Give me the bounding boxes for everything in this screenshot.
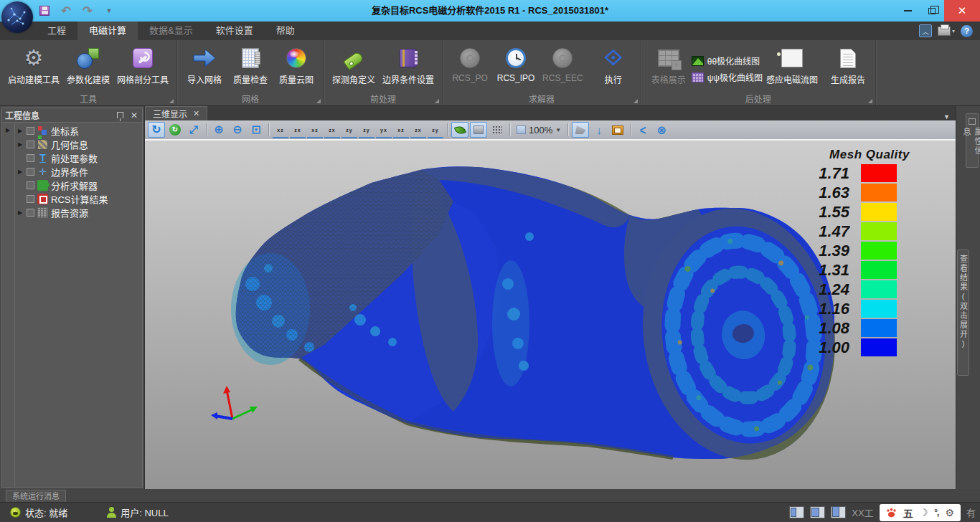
quality-check-button[interactable]: 质量检查 — [227, 43, 273, 87]
view-orientation-button-5[interactable]: zy — [341, 123, 357, 138]
checkbox[interactable] — [27, 154, 34, 162]
rcs-po-button[interactable]: RCS_PO — [447, 43, 493, 85]
import-arrow-icon — [193, 49, 216, 67]
tree-item-rcs-results[interactable]: RCS计算结果 — [15, 192, 142, 206]
caret-down-icon[interactable]: ▼ — [555, 127, 561, 133]
expander-icon[interactable]: ▶ — [17, 209, 24, 216]
mesh-partition-button[interactable]: 网格剖分工具 — [113, 43, 172, 87]
export-view-button[interactable] — [609, 122, 626, 138]
tab-properties[interactable]: 属性信息 — [966, 113, 979, 168]
view-orientation-button-2[interactable]: zx — [290, 123, 306, 138]
tab-help[interactable]: 帮助 — [265, 22, 306, 40]
tab-em-computation[interactable]: 电磁计算 — [77, 22, 138, 40]
share-button[interactable]: < — [634, 122, 651, 138]
close-button[interactable]: ✕ — [944, 0, 980, 22]
points-mode-button[interactable] — [489, 122, 506, 138]
expander-icon[interactable]: ▶ — [17, 128, 24, 134]
ime-moon-icon[interactable]: ☽ — [920, 507, 928, 518]
tab-project[interactable]: 工程 — [36, 22, 77, 40]
tab-data-display[interactable]: 数据&显示 — [138, 22, 204, 40]
tree-item-coordinate-system[interactable]: ▶ 坐标系 — [15, 124, 142, 138]
tab-list-dropdown-icon[interactable]: ▼ — [943, 113, 956, 120]
checkbox[interactable] — [27, 209, 34, 217]
pin-icon[interactable] — [117, 112, 123, 118]
move-down-button[interactable]: ↓ — [590, 122, 608, 138]
zoom-in-icon: ⊕ — [214, 124, 223, 136]
ime-toolbar[interactable]: 五 ☽ °, ⚙ — [880, 504, 961, 521]
clip-plane-button[interactable] — [572, 122, 589, 138]
view-orientation-button-9[interactable]: zx — [410, 123, 426, 138]
panel-close-icon[interactable]: ✕ — [131, 110, 138, 120]
view-orientation-button-6[interactable]: zy — [359, 123, 374, 138]
layout-wide-panel-icon[interactable] — [810, 506, 825, 518]
checkbox[interactable] — [27, 141, 34, 148]
surface-mode-button[interactable] — [470, 122, 487, 138]
view-orientation-button-10[interactable]: zy — [428, 123, 443, 138]
rotate-button[interactable]: ↻ — [148, 122, 165, 138]
generate-report-button[interactable]: 生成报告 — [825, 43, 871, 87]
ime-settings-icon[interactable]: ⚙ — [945, 507, 954, 518]
dialog-launcher-icon[interactable] — [169, 99, 174, 103]
tab-close-icon[interactable]: ✕ — [193, 109, 199, 118]
view-orientation-button-8[interactable]: xz — [393, 123, 409, 138]
print-menu-button[interactable]: ▾ — [938, 27, 955, 36]
probe-angle-button[interactable]: 探测角定义 — [329, 43, 379, 87]
pan-button[interactable]: ⤢ — [185, 122, 202, 138]
zoom-in-button[interactable]: ⊕ — [210, 122, 227, 138]
execute-button[interactable]: ⟐ 执行 — [590, 43, 636, 87]
launch-modeling-button[interactable]: ⚙ 启动建模工具 — [4, 43, 63, 87]
ribbon-collapse-button[interactable]: ︿ — [919, 24, 932, 37]
ime-mode-label[interactable]: 五 — [903, 506, 913, 520]
help-button[interactable]: ? — [961, 25, 973, 37]
dialog-launcher-icon[interactable] — [435, 99, 439, 103]
checkbox[interactable] — [27, 127, 34, 135]
theta-curve-button[interactable]: θθ极化曲线图 — [692, 54, 763, 67]
zoom-out-button[interactable]: ⊖ — [229, 122, 246, 138]
viewport-3d[interactable]: Mesh Quality 1.71 1.63 1.55 1.47 1.39 1.… — [145, 141, 956, 489]
psi-curve-button[interactable]: ψψ极化曲线图 — [692, 71, 763, 83]
checkbox[interactable] — [27, 195, 34, 203]
import-mesh-button[interactable]: 导入网格 — [182, 43, 227, 87]
tab-system-messages[interactable]: 系统运行消息 — [6, 490, 66, 502]
tree-item-boundary-conditions[interactable]: ▶ ✛ 边界条件 — [15, 165, 142, 179]
induced-current-button[interactable]: 感应电磁流图 — [763, 43, 821, 87]
layout-bottom-panel-icon[interactable] — [831, 506, 846, 518]
tab-view-results[interactable]: 查看结果(双击展开) — [957, 250, 969, 376]
dialog-launcher-icon[interactable] — [868, 99, 872, 103]
group-label-solver: 求解器 — [443, 92, 641, 105]
dialog-launcher-icon[interactable] — [633, 99, 638, 103]
tree-item-geometry-info[interactable]: ▶ 几何信息 — [15, 138, 142, 151]
tree-item-solver[interactable]: 分析求解器 — [15, 179, 142, 192]
tree-item-report-resources[interactable]: ▶ 报告资源 — [15, 206, 142, 219]
app-logo-icon[interactable] — [1, 1, 33, 33]
boundary-settings-button[interactable]: 边界条件设置 — [379, 43, 438, 87]
parametric-modeling-button[interactable]: 参数化建模 — [63, 43, 113, 87]
checkbox[interactable] — [27, 181, 34, 189]
tab-software-settings[interactable]: 软件设置 — [204, 22, 265, 40]
minimize-button[interactable] — [895, 0, 920, 22]
ime-punctuation-icon[interactable]: °, — [934, 508, 938, 518]
table-view-button[interactable]: 表格展示 — [646, 43, 692, 87]
tree-item-preprocess-params[interactable]: T 前处理参数 — [15, 151, 142, 165]
expander-icon[interactable]: ▶ — [17, 141, 24, 148]
zoom-level-control[interactable]: 100% ▼ — [514, 125, 564, 136]
tab-3d-view[interactable]: 三维显示 ✕ — [145, 106, 207, 120]
clear-view-button[interactable]: ⊗ — [653, 122, 670, 138]
orbit-button[interactable]: ↻ — [166, 122, 184, 138]
restore-button[interactable] — [920, 0, 944, 22]
view-orientation-button-3[interactable]: xz — [307, 123, 323, 138]
view-orientation-button-4[interactable]: zx — [324, 123, 340, 138]
shaded-mode-button[interactable] — [451, 122, 468, 138]
zoom-fit-button[interactable]: ⊡ — [248, 122, 265, 138]
ribbon-group-tools: ⚙ 启动建模工具 参数化建模 网格剖分工具 工具 — [0, 40, 177, 105]
checkbox[interactable] — [27, 168, 34, 176]
expander-icon[interactable]: ▶ — [17, 169, 24, 175]
expander-icon[interactable]: ▶ — [6, 127, 10, 133]
rcs-eec-button[interactable]: RCS_EEC — [539, 43, 587, 85]
quality-cloud-button[interactable]: 质量云图 — [273, 43, 319, 87]
rcs-ipo-button[interactable]: RCS_IPO — [493, 43, 539, 85]
view-orientation-button-1[interactable]: xz — [273, 123, 288, 138]
layout-left-panel-icon[interactable] — [789, 506, 804, 518]
view-orientation-button-7[interactable]: yx — [376, 123, 392, 138]
dialog-launcher-icon[interactable] — [316, 99, 321, 103]
